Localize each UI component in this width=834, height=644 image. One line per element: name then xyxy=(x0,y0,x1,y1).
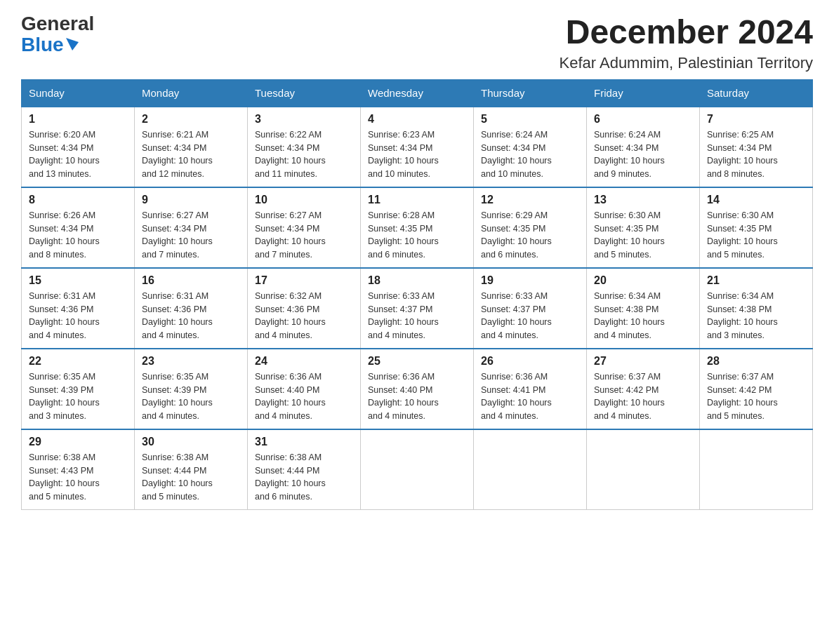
calendar-cell: 12Sunrise: 6:29 AMSunset: 4:35 PMDayligh… xyxy=(474,187,587,268)
day-number: 21 xyxy=(707,274,805,287)
calendar-cell xyxy=(587,429,700,510)
day-number: 26 xyxy=(481,355,579,368)
month-title: December 2024 xyxy=(559,14,813,51)
weekday-header-tuesday: Tuesday xyxy=(248,79,361,107)
day-number: 23 xyxy=(142,355,240,368)
calendar-cell: 27Sunrise: 6:37 AMSunset: 4:42 PMDayligh… xyxy=(587,349,700,429)
day-number: 15 xyxy=(29,274,127,287)
day-info: Sunrise: 6:22 AMSunset: 4:34 PMDaylight:… xyxy=(255,128,353,181)
calendar-week-row: 8Sunrise: 6:26 AMSunset: 4:34 PMDaylight… xyxy=(22,187,813,268)
svg-marker-0 xyxy=(66,38,79,51)
calendar-header: SundayMondayTuesdayWednesdayThursdayFrid… xyxy=(22,79,813,107)
calendar-week-row: 29Sunrise: 6:38 AMSunset: 4:43 PMDayligh… xyxy=(22,429,813,510)
day-info: Sunrise: 6:34 AMSunset: 4:38 PMDaylight:… xyxy=(707,290,805,342)
calendar-cell: 31Sunrise: 6:38 AMSunset: 4:44 PMDayligh… xyxy=(248,429,361,510)
calendar-cell: 22Sunrise: 6:35 AMSunset: 4:39 PMDayligh… xyxy=(22,349,135,429)
day-info: Sunrise: 6:38 AMSunset: 4:43 PMDaylight:… xyxy=(29,451,127,504)
day-info: Sunrise: 6:35 AMSunset: 4:39 PMDaylight:… xyxy=(29,370,127,423)
day-info: Sunrise: 6:20 AMSunset: 4:34 PMDaylight:… xyxy=(29,128,127,181)
weekday-header-wednesday: Wednesday xyxy=(361,79,474,107)
day-number: 30 xyxy=(142,436,240,448)
page-header: General Blue December 2024 Kefar Adummim… xyxy=(21,14,813,72)
day-info: Sunrise: 6:34 AMSunset: 4:38 PMDaylight:… xyxy=(594,290,692,342)
day-number: 9 xyxy=(142,194,240,206)
calendar-cell: 10Sunrise: 6:27 AMSunset: 4:34 PMDayligh… xyxy=(248,187,361,268)
calendar-week-row: 15Sunrise: 6:31 AMSunset: 4:36 PMDayligh… xyxy=(22,268,813,349)
day-number: 10 xyxy=(255,194,353,206)
day-info: Sunrise: 6:33 AMSunset: 4:37 PMDaylight:… xyxy=(481,290,579,342)
weekday-header-saturday: Saturday xyxy=(700,79,813,107)
day-number: 16 xyxy=(142,274,240,287)
calendar-cell: 14Sunrise: 6:30 AMSunset: 4:35 PMDayligh… xyxy=(700,187,813,268)
day-number: 27 xyxy=(594,355,692,368)
day-info: Sunrise: 6:30 AMSunset: 4:35 PMDaylight:… xyxy=(594,209,692,262)
day-number: 2 xyxy=(142,113,240,126)
day-number: 25 xyxy=(368,355,466,368)
day-info: Sunrise: 6:29 AMSunset: 4:35 PMDaylight:… xyxy=(481,209,579,262)
logo-arrow-icon xyxy=(66,38,79,51)
calendar-cell: 7Sunrise: 6:25 AMSunset: 4:34 PMDaylight… xyxy=(700,107,813,187)
day-info: Sunrise: 6:37 AMSunset: 4:42 PMDaylight:… xyxy=(707,370,805,423)
calendar-cell: 30Sunrise: 6:38 AMSunset: 4:44 PMDayligh… xyxy=(135,429,248,510)
day-number: 31 xyxy=(255,436,353,448)
day-info: Sunrise: 6:35 AMSunset: 4:39 PMDaylight:… xyxy=(142,370,240,423)
day-info: Sunrise: 6:37 AMSunset: 4:42 PMDaylight:… xyxy=(594,370,692,423)
weekday-header-monday: Monday xyxy=(135,79,248,107)
day-info: Sunrise: 6:23 AMSunset: 4:34 PMDaylight:… xyxy=(368,128,466,181)
day-info: Sunrise: 6:24 AMSunset: 4:34 PMDaylight:… xyxy=(594,128,692,181)
calendar-week-row: 1Sunrise: 6:20 AMSunset: 4:34 PMDaylight… xyxy=(22,107,813,187)
calendar-cell: 29Sunrise: 6:38 AMSunset: 4:43 PMDayligh… xyxy=(22,429,135,510)
calendar-cell: 18Sunrise: 6:33 AMSunset: 4:37 PMDayligh… xyxy=(361,268,474,349)
logo-blue-row: Blue xyxy=(21,34,79,56)
calendar-cell: 23Sunrise: 6:35 AMSunset: 4:39 PMDayligh… xyxy=(135,349,248,429)
calendar-cell: 8Sunrise: 6:26 AMSunset: 4:34 PMDaylight… xyxy=(22,187,135,268)
calendar-cell: 2Sunrise: 6:21 AMSunset: 4:34 PMDaylight… xyxy=(135,107,248,187)
day-info: Sunrise: 6:21 AMSunset: 4:34 PMDaylight:… xyxy=(142,128,240,181)
day-number: 8 xyxy=(29,194,127,206)
day-info: Sunrise: 6:31 AMSunset: 4:36 PMDaylight:… xyxy=(29,290,127,342)
day-number: 6 xyxy=(594,113,692,126)
weekday-header-sunday: Sunday xyxy=(22,79,135,107)
weekday-header-row: SundayMondayTuesdayWednesdayThursdayFrid… xyxy=(22,79,813,107)
day-info: Sunrise: 6:36 AMSunset: 4:40 PMDaylight:… xyxy=(255,370,353,423)
calendar-cell: 9Sunrise: 6:27 AMSunset: 4:34 PMDaylight… xyxy=(135,187,248,268)
day-info: Sunrise: 6:24 AMSunset: 4:34 PMDaylight:… xyxy=(481,128,579,181)
calendar-cell: 19Sunrise: 6:33 AMSunset: 4:37 PMDayligh… xyxy=(474,268,587,349)
day-number: 29 xyxy=(29,436,127,448)
weekday-header-thursday: Thursday xyxy=(474,79,587,107)
weekday-header-friday: Friday xyxy=(587,79,700,107)
calendar-cell: 4Sunrise: 6:23 AMSunset: 4:34 PMDaylight… xyxy=(361,107,474,187)
day-info: Sunrise: 6:38 AMSunset: 4:44 PMDaylight:… xyxy=(142,451,240,504)
day-number: 19 xyxy=(481,274,579,287)
day-info: Sunrise: 6:36 AMSunset: 4:41 PMDaylight:… xyxy=(481,370,579,423)
calendar-cell: 21Sunrise: 6:34 AMSunset: 4:38 PMDayligh… xyxy=(700,268,813,349)
day-number: 17 xyxy=(255,274,353,287)
day-number: 4 xyxy=(368,113,466,126)
day-info: Sunrise: 6:33 AMSunset: 4:37 PMDaylight:… xyxy=(368,290,466,342)
logo-general-text: General xyxy=(21,14,94,34)
calendar-cell: 15Sunrise: 6:31 AMSunset: 4:36 PMDayligh… xyxy=(22,268,135,349)
calendar-cell xyxy=(474,429,587,510)
day-number: 13 xyxy=(594,194,692,206)
calendar-cell: 16Sunrise: 6:31 AMSunset: 4:36 PMDayligh… xyxy=(135,268,248,349)
calendar-cell xyxy=(700,429,813,510)
day-info: Sunrise: 6:28 AMSunset: 4:35 PMDaylight:… xyxy=(368,209,466,262)
day-number: 24 xyxy=(255,355,353,368)
calendar-cell: 3Sunrise: 6:22 AMSunset: 4:34 PMDaylight… xyxy=(248,107,361,187)
day-number: 3 xyxy=(255,113,353,126)
day-info: Sunrise: 6:30 AMSunset: 4:35 PMDaylight:… xyxy=(707,209,805,262)
calendar-cell: 5Sunrise: 6:24 AMSunset: 4:34 PMDaylight… xyxy=(474,107,587,187)
calendar-cell: 17Sunrise: 6:32 AMSunset: 4:36 PMDayligh… xyxy=(248,268,361,349)
calendar-cell: 26Sunrise: 6:36 AMSunset: 4:41 PMDayligh… xyxy=(474,349,587,429)
calendar-week-row: 22Sunrise: 6:35 AMSunset: 4:39 PMDayligh… xyxy=(22,349,813,429)
day-info: Sunrise: 6:27 AMSunset: 4:34 PMDaylight:… xyxy=(255,209,353,262)
day-info: Sunrise: 6:32 AMSunset: 4:36 PMDaylight:… xyxy=(255,290,353,342)
calendar-cell: 13Sunrise: 6:30 AMSunset: 4:35 PMDayligh… xyxy=(587,187,700,268)
day-number: 28 xyxy=(707,355,805,368)
day-number: 14 xyxy=(707,194,805,206)
day-info: Sunrise: 6:26 AMSunset: 4:34 PMDaylight:… xyxy=(29,209,127,262)
location-text: Kefar Adummim, Palestinian Territory xyxy=(559,54,813,72)
calendar-cell: 1Sunrise: 6:20 AMSunset: 4:34 PMDaylight… xyxy=(22,107,135,187)
calendar-cell: 25Sunrise: 6:36 AMSunset: 4:40 PMDayligh… xyxy=(361,349,474,429)
day-number: 1 xyxy=(29,113,127,126)
